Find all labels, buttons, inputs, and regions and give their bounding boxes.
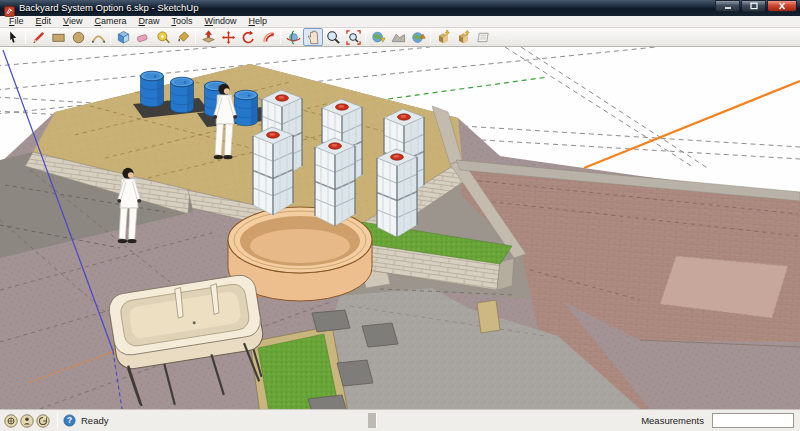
rotate-tool-icon[interactable] [238, 28, 258, 46]
status-message: Ready [81, 415, 108, 426]
select-tool-icon[interactable] [3, 28, 23, 46]
add-location-tool-icon[interactable] [368, 28, 388, 46]
help-icon[interactable]: ? [63, 414, 76, 427]
getting-started-toolbar [0, 28, 800, 47]
menu-window[interactable]: Window [198, 16, 242, 27]
line-tool-icon[interactable] [28, 28, 48, 46]
make-component-tool-icon[interactable] [113, 28, 133, 46]
blue-barrel-1[interactable] [141, 71, 164, 107]
toolbar-separator [430, 30, 431, 44]
stepping-stone[interactable] [362, 323, 398, 347]
menu-help[interactable]: Help [242, 16, 273, 27]
measurements-label: Measurements [641, 415, 712, 426]
send-to-layout-tool-icon[interactable] [473, 28, 493, 46]
rectangle-tool-icon[interactable] [48, 28, 68, 46]
offset-tool-icon[interactable] [258, 28, 278, 46]
toolbar-separator [365, 30, 366, 44]
menu-view[interactable]: View [57, 16, 88, 27]
status-bar: ? Ready Measurements [0, 409, 800, 431]
orbit-tool-icon[interactable] [283, 28, 303, 46]
zoom-tool-icon[interactable] [323, 28, 343, 46]
tape-measure-tool-icon[interactable] [153, 28, 173, 46]
maximize-button[interactable] [741, 0, 766, 12]
ibc-tote-stack-5[interactable] [315, 138, 355, 226]
move-tool-icon[interactable] [218, 28, 238, 46]
stepping-stone[interactable] [312, 310, 350, 332]
toolbar-separator [280, 30, 281, 44]
get-models-tool-icon[interactable] [433, 28, 453, 46]
arc-tool-icon[interactable] [88, 28, 108, 46]
menu-draw[interactable]: Draw [132, 16, 165, 27]
minimize-button[interactable] [715, 0, 740, 12]
menu-tools[interactable]: Tools [165, 16, 198, 27]
geolocation-icon[interactable] [4, 414, 18, 428]
status-divider [368, 413, 377, 428]
window-title: Backyard System Option 6.skp - SketchUp [19, 0, 199, 16]
credits-icon[interactable] [20, 414, 34, 428]
sketchup-app-icon [4, 3, 15, 14]
measurements-input[interactable] [712, 413, 794, 428]
zoom-extents-tool-icon[interactable] [343, 28, 363, 46]
toolbar-separator [110, 30, 111, 44]
title-bar[interactable]: Backyard System Option 6.skp - SketchUp [0, 0, 800, 16]
paint-bucket-tool-icon[interactable] [173, 28, 193, 46]
sign-in-icon[interactable] [36, 414, 50, 428]
share-model-tool-icon[interactable] [453, 28, 473, 46]
menu-file[interactable]: File [3, 16, 30, 27]
stepping-stone[interactable] [337, 360, 373, 386]
tan-post[interactable] [477, 300, 500, 333]
close-button[interactable] [767, 0, 797, 12]
ibc-tote-stack-6[interactable] [377, 149, 417, 237]
svg-text:?: ? [67, 415, 72, 425]
photo-textures-tool-icon[interactable] [408, 28, 428, 46]
push-pull-tool-icon[interactable] [198, 28, 218, 46]
status-divider [57, 413, 58, 428]
ibc-tote-stack-4[interactable] [253, 127, 293, 215]
circle-tool-icon[interactable] [68, 28, 88, 46]
toolbar-separator [195, 30, 196, 44]
blue-barrel-4[interactable] [235, 90, 258, 126]
menu-camera[interactable]: Camera [88, 16, 132, 27]
menu-edit[interactable]: Edit [30, 16, 58, 27]
pan-tool-icon[interactable] [303, 28, 323, 46]
model-scene[interactable] [0, 47, 800, 409]
menu-bar: File Edit View Camera Draw Tools Window … [0, 16, 800, 28]
toggle-terrain-tool-icon[interactable] [388, 28, 408, 46]
sketchup-window: Backyard System Option 6.skp - SketchUp … [0, 0, 800, 431]
toolbar-separator [25, 30, 26, 44]
blue-barrel-2[interactable] [171, 77, 194, 113]
3d-viewport[interactable] [0, 47, 800, 409]
eraser-tool-icon[interactable] [133, 28, 153, 46]
